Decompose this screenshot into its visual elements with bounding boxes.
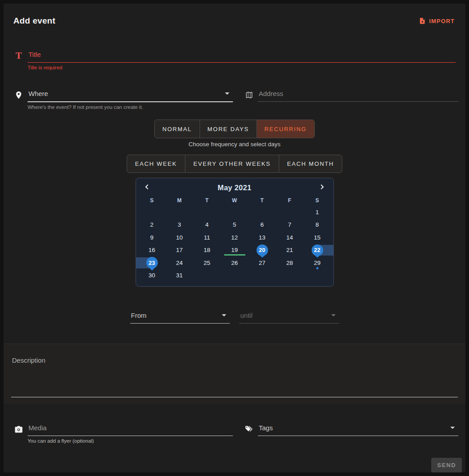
- calendar-day-8[interactable]: 8: [304, 219, 331, 232]
- calendar-day-17[interactable]: 17: [166, 244, 193, 257]
- calendar-day-16[interactable]: 16: [138, 244, 166, 257]
- day-number: 26: [231, 260, 238, 266]
- day-number: 6: [261, 221, 264, 228]
- where-hint: Where's the event? If not present you ca…: [28, 104, 233, 110]
- frequency-hint: Choose frequency and select days: [4, 141, 465, 148]
- calendar-day-4[interactable]: 4: [193, 219, 221, 232]
- calendar-day-empty: [138, 206, 166, 219]
- day-number: 15: [314, 234, 321, 241]
- time-range-row: From until: [4, 310, 465, 324]
- page-title: Add event: [13, 16, 56, 26]
- from-chevron-down-icon: [222, 314, 226, 316]
- day-number: 4: [205, 221, 209, 228]
- calendar-day-21[interactable]: 21: [276, 244, 304, 257]
- calendar-day-29[interactable]: 29: [304, 256, 331, 269]
- tags-icon: [244, 424, 254, 435]
- calendar-day-1[interactable]: 1: [304, 206, 331, 219]
- tags-label: Tags: [259, 424, 273, 432]
- calendar-header: May 2021: [138, 179, 331, 195]
- mode-tabs: NORMALMORE DAYSRECURRING: [154, 120, 315, 138]
- title-error: Title is required: [28, 65, 456, 70]
- map-icon: [244, 90, 254, 100]
- where-select[interactable]: Where: [28, 88, 233, 102]
- media-input[interactable]: [28, 422, 233, 436]
- calendar-day-13[interactable]: 13: [249, 231, 276, 244]
- calendar-day-15[interactable]: 15: [304, 231, 331, 244]
- calendar-day-23[interactable]: 23: [138, 256, 166, 269]
- calendar-day-empty: [193, 206, 221, 219]
- day-number: 13: [259, 234, 265, 241]
- day-number: 10: [176, 234, 183, 241]
- calendar-day-empty: [193, 269, 221, 282]
- calendar-day-19[interactable]: 19: [221, 244, 249, 257]
- tags-select[interactable]: Tags: [258, 422, 458, 436]
- calendar-grid: 1234567891011121314151617181920212223242…: [138, 206, 331, 282]
- calendar-day-14[interactable]: 14: [276, 231, 304, 244]
- calendar-day-10[interactable]: 10: [166, 231, 193, 244]
- calendar-day-empty: [221, 269, 249, 282]
- day-number: 3: [178, 221, 181, 228]
- until-chevron-down-icon: [331, 314, 336, 316]
- calendar-day-30[interactable]: 30: [138, 269, 166, 282]
- calendar-day-24[interactable]: 24: [166, 256, 193, 269]
- calendar-day-6[interactable]: 6: [249, 219, 276, 232]
- day-number: 12: [231, 234, 238, 241]
- calendar-day-9[interactable]: 9: [138, 231, 166, 244]
- media-tags-row: You can add a flyer (optional) Tags: [4, 422, 465, 444]
- calendar-day-31[interactable]: 31: [166, 269, 193, 282]
- address-input[interactable]: [258, 88, 458, 102]
- calendar-day-27[interactable]: 27: [249, 256, 276, 269]
- add-event-card: Add event IMPORT T Title is required Whe…: [4, 4, 465, 472]
- until-select[interactable]: until: [240, 310, 339, 324]
- day-number: 7: [288, 221, 292, 228]
- calendar-day-22[interactable]: 22: [304, 244, 331, 257]
- chevron-left-icon: [144, 184, 150, 190]
- import-button[interactable]: IMPORT: [417, 15, 456, 27]
- calendar-day-empty: [276, 206, 304, 219]
- calendar-day-3[interactable]: 3: [166, 219, 193, 232]
- calendar-day-5[interactable]: 5: [221, 219, 249, 232]
- calendar-day-18[interactable]: 18: [193, 244, 221, 257]
- calendar-day-26[interactable]: 26: [221, 256, 249, 269]
- description-section: [4, 344, 465, 404]
- calendar-next-button[interactable]: [316, 183, 328, 192]
- title-icon: T: [13, 51, 24, 61]
- from-select[interactable]: From: [130, 310, 230, 324]
- calendar-prev-button[interactable]: [141, 183, 153, 192]
- calendar-day-11[interactable]: 11: [193, 231, 221, 244]
- title-input[interactable]: [28, 49, 456, 63]
- description-input[interactable]: [11, 356, 458, 397]
- calendar-day-12[interactable]: 12: [221, 231, 249, 244]
- calendar-day-28[interactable]: 28: [276, 256, 304, 269]
- until-label: until: [241, 312, 253, 319]
- day-number: 11: [204, 234, 210, 241]
- day-number: 21: [286, 247, 293, 253]
- day-number: 30: [148, 272, 155, 279]
- frequency-each-month[interactable]: EACH MONTH: [279, 155, 342, 172]
- calendar-day-25[interactable]: 25: [193, 256, 221, 269]
- day-number: 28: [286, 260, 293, 266]
- day-number: 14: [286, 234, 293, 241]
- day-number: 9: [150, 234, 154, 241]
- day-underline-marker: [224, 254, 245, 256]
- calendar-day-7[interactable]: 7: [276, 219, 304, 232]
- calendar-day-header: S: [304, 197, 331, 204]
- from-label: From: [131, 312, 147, 319]
- day-number: 19: [231, 247, 238, 253]
- calendar-day-header: M: [166, 197, 193, 204]
- tab-normal[interactable]: NORMAL: [155, 120, 199, 138]
- tags-chevron-down-icon: [450, 427, 455, 429]
- frequency-every-other-weeks[interactable]: EVERY OTHER WEEKS: [185, 155, 279, 172]
- tab-more-days[interactable]: MORE DAYS: [200, 120, 257, 138]
- location-pin-icon: [13, 90, 24, 100]
- calendar-day-20[interactable]: 20: [249, 244, 276, 257]
- day-number: 18: [204, 247, 210, 253]
- calendar-day-2[interactable]: 2: [138, 219, 166, 232]
- frequency-each-week[interactable]: EACH WEEK: [127, 155, 185, 172]
- tab-recurring[interactable]: RECURRING: [257, 120, 314, 138]
- where-label: Where: [28, 90, 48, 97]
- calendar-day-empty: [304, 269, 331, 282]
- send-button[interactable]: SEND: [431, 458, 462, 472]
- calendar-day-header: T: [193, 197, 221, 204]
- camera-icon: [13, 424, 24, 435]
